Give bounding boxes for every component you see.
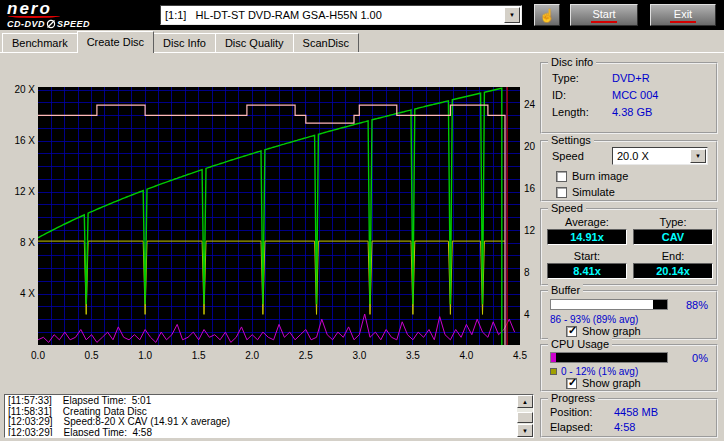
average-value: 14.91x bbox=[547, 229, 627, 245]
log-scrollbar[interactable]: ▲ ▼ bbox=[517, 395, 533, 437]
disc-type-row: Type:DVD+R bbox=[552, 72, 710, 84]
disc-info-group: Disc info Type:DVD+R ID:MCC 004 Length:4… bbox=[540, 62, 718, 134]
cpu-usage-title: CPU Usage bbox=[548, 338, 612, 350]
checkbox-mark: ✓ bbox=[568, 324, 577, 337]
drive-select[interactable]: [1:1] HL-DT-ST DVD-RAM GSA-H55N 1.00 ▼ bbox=[160, 5, 522, 25]
tab-disc-info[interactable]: Disc Info bbox=[153, 33, 216, 52]
settings-group: Settings Speed 20.0 X ▼ Burn image Simul… bbox=[540, 140, 718, 202]
drive-select-arrow-button[interactable]: ▼ bbox=[504, 7, 520, 23]
start-button[interactable]: Start bbox=[570, 4, 638, 26]
speed-select-value: 20.0 X bbox=[617, 150, 649, 162]
tab-scandisc[interactable]: ScanDisc bbox=[293, 33, 359, 52]
buffer-show-graph-checkbox[interactable]: ✓ Show graph bbox=[566, 325, 641, 337]
tab-disc-quality[interactable]: Disc Quality bbox=[215, 33, 294, 52]
checkbox-box: ✓ bbox=[566, 326, 577, 337]
type-value: CAV bbox=[633, 229, 713, 245]
speed-group-title: Speed bbox=[548, 202, 586, 214]
checkbox-box bbox=[556, 171, 567, 182]
scrollbar-thumb[interactable] bbox=[517, 412, 533, 423]
chart-plot-area bbox=[38, 87, 520, 345]
y-axis-left-label: 12 X bbox=[2, 186, 35, 197]
cpu-bar-fill bbox=[551, 353, 556, 362]
arrow-down-icon: ▼ bbox=[522, 428, 528, 434]
x-axis-label: 3.0 bbox=[346, 350, 372, 361]
elapsed-value: 4:58 bbox=[614, 421, 635, 433]
x-axis-label: 2.0 bbox=[239, 350, 265, 361]
speed-select[interactable]: 20.0 X ▼ bbox=[612, 147, 708, 165]
log-panel: [11:57:33] Elapsed Time: 5:01 [11:58:31]… bbox=[4, 394, 534, 438]
log-line: [11:57:33] Elapsed Time: 5:01 bbox=[8, 396, 515, 407]
cpu-graph-swatch bbox=[550, 368, 557, 375]
type-label: Type: bbox=[633, 216, 713, 228]
cpu-usage-group: CPU Usage 0% 0 - 12% (1% avg) ✓ Show gra… bbox=[540, 344, 718, 392]
hand-pointer-icon: ☝ bbox=[539, 9, 555, 22]
elapsed-label: Elapsed: bbox=[550, 421, 593, 433]
header-bar: nero CD-DVD SPEED [1:1] HL-DT-ST DVD-RAM… bbox=[0, 0, 724, 30]
checkbox-box bbox=[556, 187, 567, 198]
nero-logo: nero CD-DVD SPEED bbox=[7, 1, 157, 29]
exit-button-underline bbox=[670, 21, 696, 23]
buffer-show-graph-label: Show graph bbox=[582, 325, 641, 337]
speed-disc-icon bbox=[46, 19, 56, 29]
x-axis-label: 0.0 bbox=[25, 350, 51, 361]
scroll-down-button[interactable]: ▼ bbox=[517, 424, 533, 437]
checkbox-mark: ✓ bbox=[568, 376, 577, 389]
log-lines: [11:57:33] Elapsed Time: 5:01 [11:58:31]… bbox=[8, 396, 515, 436]
speed-select-arrow-button[interactable]: ▼ bbox=[690, 149, 706, 163]
tab-bar: Benchmark Create Disc Disc Info Disc Qua… bbox=[0, 30, 724, 52]
progress-group: Progress Position: 4458 MB Elapsed: 4:58 bbox=[540, 398, 718, 438]
disc-type-label: Type: bbox=[552, 72, 612, 84]
logo-sub-left: CD-DVD bbox=[7, 19, 45, 29]
log-line: [12:03:29] Elapsed Time: 4:58 bbox=[8, 428, 515, 437]
disc-type-value: DVD+R bbox=[612, 72, 650, 84]
burn-image-checkbox[interactable]: Burn image bbox=[556, 170, 628, 182]
exit-button[interactable]: Exit bbox=[650, 4, 716, 26]
tab-create-disc[interactable]: Create Disc bbox=[77, 31, 154, 53]
disc-id-label: ID: bbox=[552, 89, 612, 101]
start-speed-label: Start: bbox=[547, 250, 627, 262]
chart-svg bbox=[38, 87, 520, 345]
buffer-group: Buffer 88% 86 - 93% (89% avg) ✓ Show gra… bbox=[540, 290, 718, 340]
drive-select-value: [1:1] HL-DT-ST DVD-RAM GSA-H55N 1.00 bbox=[165, 9, 382, 21]
settings-title: Settings bbox=[548, 134, 594, 146]
scroll-up-button[interactable]: ▲ bbox=[517, 395, 533, 408]
start-button-label: Start bbox=[592, 8, 615, 20]
disc-length-label: Length: bbox=[552, 106, 612, 118]
y-axis-left-label: 8 X bbox=[2, 237, 35, 248]
speed-setting-label: Speed bbox=[552, 150, 584, 162]
buffer-title: Buffer bbox=[548, 284, 583, 296]
x-axis-label: 4.0 bbox=[453, 350, 479, 361]
logo-swoosh bbox=[8, 14, 60, 18]
x-axis-label: 4.5 bbox=[507, 350, 533, 361]
buffer-bar-fill bbox=[551, 300, 653, 309]
x-axis-label: 1.5 bbox=[186, 350, 212, 361]
disc-id-row: ID:MCC 004 bbox=[552, 89, 710, 101]
buffer-meter bbox=[550, 299, 668, 310]
speed-group: Speed Average: Type: 14.91x CAV Start: E… bbox=[540, 208, 718, 286]
x-axis-label: 0.5 bbox=[79, 350, 105, 361]
chevron-down-icon: ▼ bbox=[509, 12, 515, 18]
hand-pointer-button[interactable]: ☝ bbox=[534, 4, 560, 26]
logo-sub-right: SPEED bbox=[57, 19, 90, 29]
cpu-percent: 0% bbox=[692, 352, 708, 364]
logo-subtitle: CD-DVD SPEED bbox=[7, 19, 90, 29]
buffer-range: 86 - 93% (89% avg) bbox=[550, 314, 638, 325]
disc-info-title: Disc info bbox=[548, 56, 596, 68]
end-speed-value: 20.14x bbox=[633, 263, 713, 279]
disc-id-value: MCC 004 bbox=[612, 89, 658, 101]
cpu-meter bbox=[550, 352, 668, 363]
disc-length-row: Length:4.38 GB bbox=[552, 106, 710, 118]
disc-length-value: 4.38 GB bbox=[612, 106, 652, 118]
cpu-show-graph-checkbox[interactable]: ✓ Show graph bbox=[566, 377, 641, 389]
arrow-up-icon: ▲ bbox=[522, 399, 528, 405]
exit-button-label: Exit bbox=[674, 8, 692, 20]
end-speed-label: End: bbox=[633, 250, 713, 262]
x-axis-label: 2.5 bbox=[293, 350, 319, 361]
simulate-checkbox[interactable]: Simulate bbox=[556, 186, 615, 198]
cpu-show-graph-label: Show graph bbox=[582, 377, 641, 389]
log-line: [12:03:29] Speed:8-20 X CAV (14.91 X ave… bbox=[8, 417, 515, 428]
burn-image-label: Burn image bbox=[572, 170, 628, 182]
x-axis-label: 3.5 bbox=[400, 350, 426, 361]
checkbox-box: ✓ bbox=[566, 378, 577, 389]
tab-benchmark[interactable]: Benchmark bbox=[2, 33, 78, 52]
